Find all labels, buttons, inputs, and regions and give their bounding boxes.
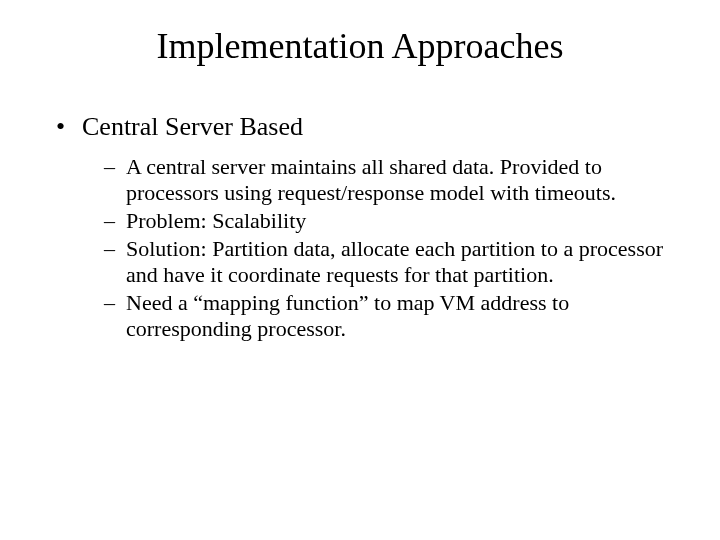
- page-title: Implementation Approaches: [0, 25, 720, 67]
- bullet-level-2: Need a “mapping function” to map VM addr…: [104, 290, 680, 342]
- content-area: Central Server Based A central server ma…: [0, 112, 720, 342]
- sub-bullet-list: A central server maintains all shared da…: [54, 154, 680, 342]
- bullet-level-2: Solution: Partition data, allocate each …: [104, 236, 680, 288]
- bullet-level-2: A central server maintains all shared da…: [104, 154, 680, 206]
- bullet-level-1: Central Server Based: [54, 112, 680, 142]
- slide: Implementation Approaches Central Server…: [0, 0, 720, 540]
- bullet-level-2: Problem: Scalability: [104, 208, 680, 234]
